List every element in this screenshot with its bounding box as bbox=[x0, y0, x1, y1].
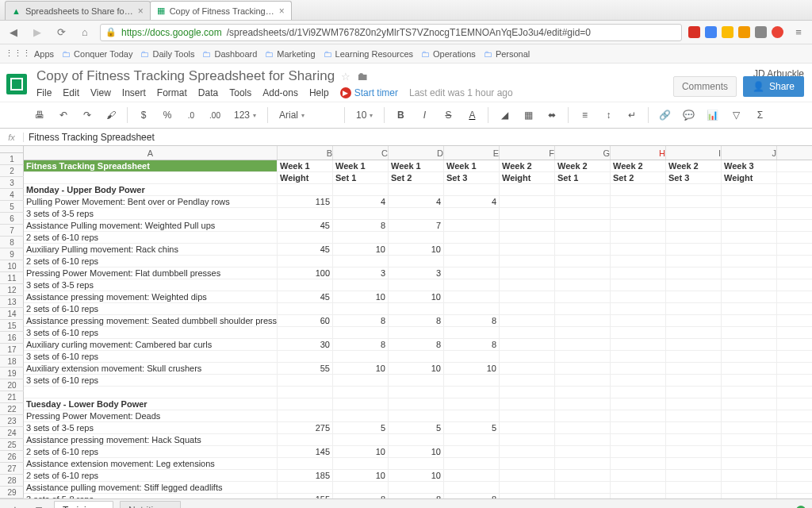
row-header[interactable]: 21 bbox=[0, 391, 24, 403]
add-sheet-button[interactable]: + bbox=[6, 502, 24, 509]
paint-format-icon[interactable]: 🖌 bbox=[102, 106, 121, 125]
functions-button[interactable]: Σ bbox=[750, 106, 769, 125]
cell[interactable]: Week 1 bbox=[333, 160, 389, 171]
cell[interactable] bbox=[24, 387, 278, 398]
cell[interactable] bbox=[389, 458, 444, 469]
cell[interactable] bbox=[722, 327, 777, 338]
menu-data[interactable]: Data bbox=[198, 87, 218, 98]
cell[interactable]: 100 bbox=[278, 267, 333, 279]
cell[interactable] bbox=[722, 351, 777, 362]
cell[interactable]: Pressing Power Movement: Flat dumbbell p… bbox=[24, 267, 278, 279]
merge-button[interactable]: ⬌ bbox=[542, 106, 561, 125]
cell[interactable] bbox=[500, 363, 555, 374]
cell[interactable]: 8 bbox=[389, 494, 444, 498]
cell[interactable] bbox=[555, 422, 611, 433]
cell[interactable] bbox=[666, 232, 722, 243]
cell[interactable] bbox=[444, 410, 500, 421]
cell[interactable] bbox=[666, 279, 722, 291]
bold-button[interactable]: B bbox=[391, 106, 410, 125]
cell[interactable] bbox=[389, 375, 444, 386]
fill-color-button[interactable]: ◢ bbox=[495, 106, 514, 125]
cell[interactable]: Weight bbox=[500, 172, 555, 183]
menu-icon[interactable]: ≡ bbox=[790, 24, 807, 41]
cell[interactable] bbox=[611, 387, 666, 398]
cell[interactable] bbox=[666, 291, 722, 302]
cell[interactable] bbox=[722, 244, 777, 255]
row-header[interactable]: 28 bbox=[0, 475, 24, 487]
bookmark-folder[interactable]: 🗀Marketing bbox=[265, 49, 315, 59]
cell[interactable]: 8 bbox=[389, 315, 444, 326]
menu-insert[interactable]: Insert bbox=[122, 87, 146, 98]
row-header[interactable]: 4 bbox=[0, 189, 24, 201]
strikethrough-button[interactable]: S bbox=[439, 106, 458, 125]
cell[interactable]: 4 bbox=[333, 196, 389, 207]
cell[interactable]: 8 bbox=[333, 220, 389, 231]
cell[interactable] bbox=[611, 470, 666, 481]
cell[interactable]: Weight bbox=[278, 172, 333, 183]
menu-tools[interactable]: Tools bbox=[229, 87, 251, 98]
cell[interactable] bbox=[333, 184, 389, 195]
cell[interactable] bbox=[333, 398, 389, 410]
filter-button[interactable]: ▽ bbox=[726, 106, 745, 125]
cell[interactable] bbox=[555, 196, 611, 207]
cell[interactable]: 45 bbox=[278, 244, 333, 255]
cell[interactable] bbox=[666, 256, 722, 267]
cell[interactable]: Fitness Tracking Spreadsheet bbox=[24, 160, 278, 171]
cell[interactable] bbox=[500, 398, 555, 410]
cell[interactable] bbox=[444, 208, 500, 219]
cell[interactable] bbox=[722, 303, 777, 314]
cell[interactable] bbox=[611, 398, 666, 410]
cell[interactable] bbox=[500, 458, 555, 469]
cell[interactable] bbox=[611, 303, 666, 314]
cell[interactable] bbox=[500, 351, 555, 362]
cell[interactable] bbox=[500, 482, 555, 493]
cell[interactable] bbox=[611, 494, 666, 498]
cell[interactable] bbox=[722, 208, 777, 219]
cell[interactable] bbox=[555, 363, 611, 374]
menu-format[interactable]: Format bbox=[157, 87, 187, 98]
cell[interactable]: 45 bbox=[278, 220, 333, 231]
cell[interactable] bbox=[722, 494, 777, 498]
cell[interactable] bbox=[500, 375, 555, 386]
h-align-button[interactable]: ≡ bbox=[575, 106, 594, 125]
cell[interactable] bbox=[389, 410, 444, 421]
row-header[interactable]: 20 bbox=[0, 379, 24, 391]
decrease-decimal-button[interactable]: .0 bbox=[182, 106, 201, 125]
extension-icon[interactable] bbox=[688, 26, 700, 38]
cell[interactable] bbox=[666, 208, 722, 219]
cell[interactable] bbox=[389, 398, 444, 410]
cell[interactable] bbox=[278, 327, 333, 338]
cell[interactable] bbox=[500, 279, 555, 291]
row-header[interactable]: 6 bbox=[0, 213, 24, 225]
cell[interactable]: 275 bbox=[278, 422, 333, 433]
cell[interactable]: 60 bbox=[278, 315, 333, 326]
cell[interactable] bbox=[666, 184, 722, 195]
cell[interactable] bbox=[722, 470, 777, 481]
cell[interactable] bbox=[555, 184, 611, 195]
cell[interactable] bbox=[444, 482, 500, 493]
cell[interactable]: 3 sets of 3-5 reps bbox=[24, 208, 278, 219]
cell[interactable] bbox=[722, 256, 777, 267]
column-header[interactable]: J bbox=[722, 146, 777, 160]
cell[interactable]: 10 bbox=[389, 291, 444, 302]
cell[interactable]: 10 bbox=[333, 244, 389, 255]
cell[interactable]: 10 bbox=[333, 363, 389, 374]
cell[interactable] bbox=[389, 279, 444, 291]
cell[interactable] bbox=[500, 315, 555, 326]
row-header[interactable]: 5 bbox=[0, 201, 24, 213]
cell[interactable] bbox=[666, 446, 722, 457]
menu-help[interactable]: Help bbox=[309, 87, 329, 98]
cell[interactable] bbox=[278, 208, 333, 219]
cell[interactable]: Assistance Pulling movement: Weighted Pu… bbox=[24, 220, 278, 231]
cell[interactable] bbox=[555, 446, 611, 457]
cell[interactable]: Week 2 bbox=[555, 160, 611, 171]
cell[interactable] bbox=[333, 256, 389, 267]
cell[interactable] bbox=[555, 387, 611, 398]
cell[interactable]: Week 1 bbox=[444, 160, 500, 171]
cell[interactable]: 2 sets of 6-10 reps bbox=[24, 446, 278, 457]
font-select[interactable]: Arial▾ bbox=[274, 108, 338, 122]
cell[interactable] bbox=[611, 220, 666, 231]
cell[interactable]: 3 bbox=[389, 267, 444, 279]
cell[interactable] bbox=[666, 470, 722, 481]
cell[interactable] bbox=[389, 232, 444, 243]
